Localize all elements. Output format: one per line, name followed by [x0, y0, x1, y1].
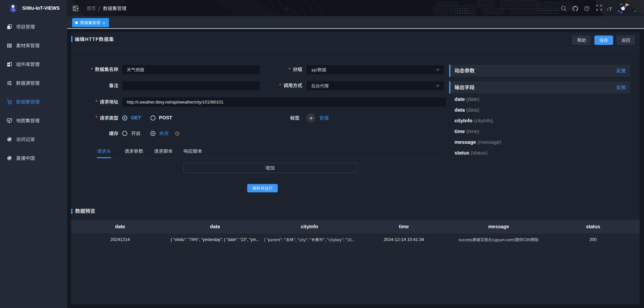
svg-text:T: T — [609, 6, 612, 12]
svg-text:?: ? — [586, 7, 588, 10]
svg-text:T: T — [607, 8, 609, 11]
